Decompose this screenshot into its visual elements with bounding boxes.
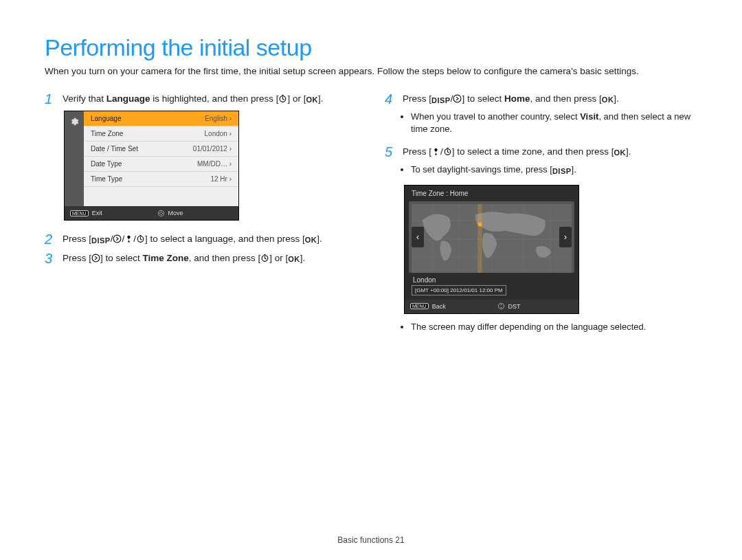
step-2: 2 Press [DISP///] to select a language, … [45,232,357,247]
timer-icon [136,234,145,243]
settings-rows: Language English › Time Zone London › Da… [84,111,238,206]
menu-icon: MENU [70,210,89,216]
row-datetype[interactable]: Date Type MM/DD… › [84,157,238,172]
text: ]. [317,234,322,244]
text: is highlighted, and then press [ [150,93,279,104]
text: Press [ [63,234,91,244]
tz-header: Time Zone : Home [405,186,578,201]
step-number: 5 [385,144,396,159]
step-text: Press [DISP///] to select a language, an… [63,232,322,247]
gear-icon [69,117,79,126]
text: Verify that [63,93,106,104]
row-value: MM/DD… › [197,160,232,168]
svg-point-3 [114,235,122,243]
row-label: Language [91,115,122,122]
page-footer: Basic functions 21 [0,535,742,545]
right-column: 4 Press [DISP/] to select Home, and then… [385,91,697,341]
text: ] to select a language, and then press [ [145,234,305,244]
right-arrow-icon [91,254,100,262]
next-zone-button[interactable]: › [559,227,572,247]
timezone-panel: Time Zone : Home ‹ [404,185,579,314]
step-text: Press [DISP/] to select Home, and then p… [403,91,619,107]
step-text: Press [/] to select a time zone, and the… [403,144,631,159]
row-label: Time Zone [91,130,123,137]
bold-timezone: Time Zone [143,253,189,263]
step-text: Verify that Language is highlighted, and… [63,91,323,107]
footer-label: Exit [92,210,102,216]
content-columns: 1 Verify that Language is highlighted, a… [45,91,697,341]
text: ]. [626,146,631,157]
text: ] to select a time zone, and then press … [452,146,614,157]
row-label: Time Type [91,175,122,183]
tz-footer-back[interactable]: MENU Back [405,300,492,313]
text: , and then press [ [530,93,602,104]
svg-point-23 [498,304,504,309]
disp-icon: DISP [552,166,572,177]
bullet: When you travel to another country, sele… [411,111,697,135]
text: ]. [614,93,619,104]
text: ] to select [462,93,504,104]
svg-point-2 [158,210,164,216]
ok-icon: OK [306,95,318,105]
text: ] or [ [287,93,306,104]
ok-icon: OK [305,235,317,245]
text: To set daylight-savings time, press [ [411,164,552,175]
svg-rect-8 [265,254,266,255]
row-value: English › [205,115,232,122]
step-number: 4 [385,91,396,107]
svg-rect-11 [447,148,448,148]
text: Press [ [403,146,431,157]
row-label: Date Type [91,160,122,168]
page-title: Performing the initial setup [45,34,697,61]
row-label: Date / Time Set [91,145,138,153]
left-column: 1 Verify that Language is highlighted, a… [45,91,357,341]
disp-icon: DISP [431,96,451,106]
prev-zone-button[interactable]: ‹ [412,227,424,247]
ok-icon: OK [602,95,614,105]
footer-page: 21 [395,535,404,545]
step-number: 2 [45,232,56,247]
macro-icon [431,147,440,156]
world-map: ‹ › [409,201,574,273]
disp-icon: DISP [91,236,111,246]
row-timezone[interactable]: Time Zone London › [84,126,238,142]
footer-move[interactable]: Move [152,206,239,220]
settings-panel: Language English › Time Zone London › Da… [64,111,239,221]
row-datetime[interactable]: Date / Time Set 01/01/2012 › [84,142,238,157]
step-5-bullets-1: To set daylight-savings time, press [DIS… [411,164,697,177]
row-value: 12 Hr › [210,175,232,183]
step-number: 1 [45,91,56,107]
svg-rect-1 [282,95,284,96]
row-timetype[interactable]: Time Type 12 Hr › [84,172,238,187]
footer-exit[interactable]: MENU Exit [65,206,152,220]
svg-point-6 [92,254,100,262]
dpad-icon [497,302,505,310]
footer-label: Back [432,303,446,310]
row-empty [84,187,238,206]
tz-gmt: [GMT +00:00] 2012/01/01 12:00 PM [412,285,506,295]
right-arrow-icon [113,234,122,243]
footer-label: DST [508,303,521,310]
row-language[interactable]: Language English › [84,111,238,126]
dpad-icon [157,210,165,217]
timer-icon [443,147,452,156]
bold-visit: Visit [580,111,598,122]
ok-icon: OK [288,254,300,265]
text: ]. [300,253,306,263]
step-4-bullets: When you travel to another country, sele… [411,111,697,135]
tz-city: London [405,273,578,285]
tz-footer-dst[interactable]: DST [492,300,579,313]
bold-home: Home [504,93,530,104]
bullet: The screen may differ depending on the l… [411,321,697,333]
step-3: 3 Press [] to select Time Zone, and then… [45,251,357,266]
step-4: 4 Press [DISP/] to select Home, and then… [385,91,697,107]
footer-label: Move [168,210,183,216]
step-5: 5 Press [/] to select a time zone, and t… [385,144,697,159]
svg-point-9 [454,95,462,102]
intro-text: When you turn on your camera for the fir… [45,65,697,78]
text: ] or [ [269,253,288,263]
step-number: 3 [45,251,56,266]
svg-rect-5 [139,235,141,236]
right-arrow-icon [453,94,462,103]
text: Press [ [403,93,431,104]
